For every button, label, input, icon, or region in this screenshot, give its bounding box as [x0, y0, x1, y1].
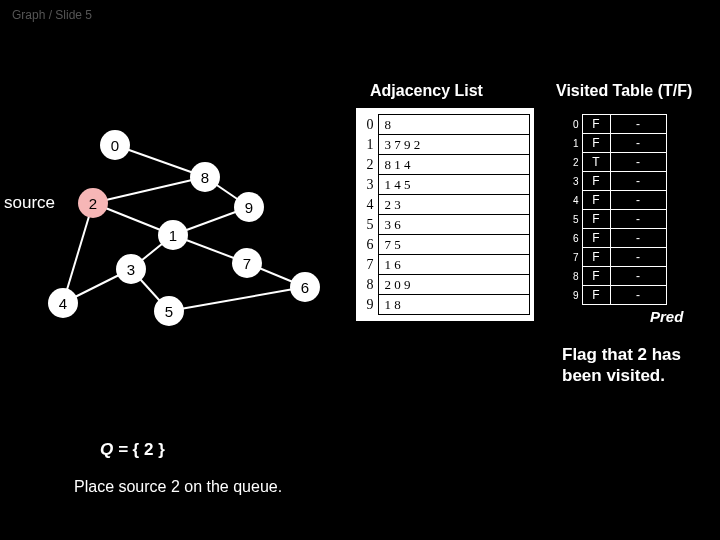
- pred-label: Pred: [650, 308, 683, 325]
- visited-pred: -: [610, 134, 666, 153]
- adj-idx: 0: [360, 115, 378, 135]
- node-0: 0: [100, 130, 130, 160]
- visited-val: F: [582, 191, 610, 210]
- visited-val: F: [582, 172, 610, 191]
- visited-pred: -: [610, 191, 666, 210]
- slide-header: Graph / Slide 5: [0, 0, 720, 30]
- adj-idx: 1: [360, 135, 378, 155]
- adj-row: 8 1 4: [378, 155, 530, 175]
- visited-val: F: [582, 115, 610, 134]
- adj-row: 2 3: [378, 195, 530, 215]
- visited-idx: 0: [562, 115, 582, 134]
- node-9: 9: [234, 192, 264, 222]
- adj-idx: 7: [360, 255, 378, 275]
- source-label: source: [4, 193, 55, 213]
- adj-row: 1 8: [378, 295, 530, 315]
- node-4: 4: [48, 288, 78, 318]
- adj-row: 1 6: [378, 255, 530, 275]
- visited-pred: -: [610, 115, 666, 134]
- visited-idx: 7: [562, 248, 582, 267]
- node-2: 2: [78, 188, 108, 218]
- node-1: 1: [158, 220, 188, 250]
- queue-content: { 2 }: [133, 440, 165, 459]
- visited-idx: 6: [562, 229, 582, 248]
- adj-idx: 8: [360, 275, 378, 295]
- visited-pred: -: [610, 248, 666, 267]
- flag-text: Flag that 2 has been visited.: [562, 344, 712, 387]
- adjacency-list: 08 13 7 9 2 28 1 4 31 4 5 42 3 53 6 67 5…: [356, 108, 534, 321]
- visited-pred: -: [610, 267, 666, 286]
- node-3: 3: [116, 254, 146, 284]
- adj-idx: 6: [360, 235, 378, 255]
- adj-idx: 5: [360, 215, 378, 235]
- adj-idx: 2: [360, 155, 378, 175]
- visited-idx: 3: [562, 172, 582, 191]
- graph-diagram: source 0 2 8 9 1 3 4 5 7 6: [0, 100, 360, 360]
- adjacency-title: Adjacency List: [370, 82, 483, 100]
- visited-pred: -: [610, 210, 666, 229]
- svg-line-9: [169, 287, 305, 311]
- node-5: 5: [154, 296, 184, 326]
- visited-val: T: [582, 153, 610, 172]
- visited-val: F: [582, 248, 610, 267]
- adj-row: 8: [378, 115, 530, 135]
- adj-row: 3 7 9 2: [378, 135, 530, 155]
- node-6: 6: [290, 272, 320, 302]
- adj-idx: 3: [360, 175, 378, 195]
- visited-val: F: [582, 210, 610, 229]
- node-7: 7: [232, 248, 262, 278]
- adj-idx: 4: [360, 195, 378, 215]
- visited-pred: -: [610, 229, 666, 248]
- svg-line-1: [93, 177, 205, 203]
- queue-line: Q = { 2 }: [100, 440, 165, 460]
- adj-row: 2 0 9: [378, 275, 530, 295]
- visited-idx: 8: [562, 267, 582, 286]
- node-8: 8: [190, 162, 220, 192]
- visited-idx: 9: [562, 286, 582, 305]
- visited-idx: 1: [562, 134, 582, 153]
- visited-idx: 2: [562, 153, 582, 172]
- visited-val: F: [582, 267, 610, 286]
- adj-idx: 9: [360, 295, 378, 315]
- place-text: Place source 2 on the queue.: [74, 478, 282, 496]
- visited-table: 0F- 1F- 2T- 3F- 4F- 5F- 6F- 7F- 8F- 9F-: [562, 114, 667, 305]
- adj-row: 1 4 5: [378, 175, 530, 195]
- adj-row: 7 5: [378, 235, 530, 255]
- visited-val: F: [582, 286, 610, 305]
- visited-idx: 4: [562, 191, 582, 210]
- visited-pred: -: [610, 153, 666, 172]
- adj-row: 3 6: [378, 215, 530, 235]
- visited-pred: -: [610, 172, 666, 191]
- visited-title: Visited Table (T/F): [556, 82, 692, 100]
- queue-label: Q =: [100, 440, 133, 459]
- visited-val: F: [582, 229, 610, 248]
- visited-val: F: [582, 134, 610, 153]
- visited-idx: 5: [562, 210, 582, 229]
- visited-pred: -: [610, 286, 666, 305]
